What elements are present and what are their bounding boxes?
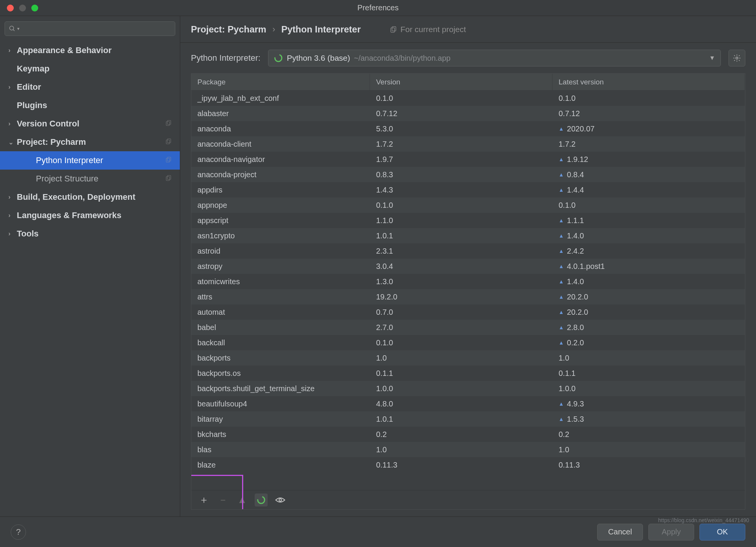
- table-row[interactable]: bitarray1.0.1▲1.5.3: [191, 411, 745, 427]
- table-row[interactable]: astropy3.0.4▲4.0.1.post1: [191, 259, 745, 274]
- cancel-button[interactable]: Cancel: [597, 524, 643, 541]
- table-row[interactable]: beautifulsoup44.8.0▲4.9.3: [191, 396, 745, 411]
- help-button[interactable]: ?: [11, 524, 26, 540]
- table-row[interactable]: automat0.7.0▲20.2.0: [191, 304, 745, 320]
- svg-rect-9: [166, 176, 170, 181]
- table-row[interactable]: backports1.01.0: [191, 350, 745, 366]
- package-version: 0.7.0: [370, 308, 552, 317]
- chevron-down-icon: ▼: [709, 55, 715, 61]
- show-early-releases-button[interactable]: [274, 494, 287, 507]
- upgrade-available-icon: ▲: [559, 187, 564, 193]
- table-row[interactable]: backcall0.1.0▲0.2.0: [191, 335, 745, 350]
- table-row[interactable]: anaconda-navigator1.9.7▲1.9.12: [191, 152, 745, 167]
- copy-icon: [390, 26, 397, 33]
- watermark-text: https://blog.csdn.net/weixin_44471490: [658, 517, 749, 523]
- upgrade-package-button[interactable]: ▲: [236, 494, 249, 507]
- package-latest: ▲20.2.0: [552, 308, 745, 317]
- table-row[interactable]: blaze0.11.30.11.3: [191, 457, 745, 473]
- package-version: 1.0.1: [370, 415, 552, 424]
- for-current-project-label: For current project: [390, 25, 466, 34]
- table-row[interactable]: bkcharts0.20.2: [191, 427, 745, 442]
- sidebar-item-appearance-behavior[interactable]: ›Appearance & Behavior: [0, 41, 180, 60]
- svg-rect-10: [392, 26, 396, 31]
- chevron-right-icon: ›: [8, 47, 17, 54]
- sidebar-item-version-control[interactable]: ›Version Control: [0, 115, 180, 133]
- upgrade-available-icon: ▲: [559, 233, 564, 239]
- table-row[interactable]: appnope0.1.00.1.0: [191, 197, 745, 213]
- sidebar-item-build-execution-deployment[interactable]: ›Build, Execution, Deployment: [0, 188, 180, 206]
- interpreter-dropdown[interactable]: Python 3.6 (base) ~/anaconda3/bin/python…: [268, 50, 721, 66]
- table-row[interactable]: blas1.01.0: [191, 442, 745, 457]
- sidebar-item-project-structure[interactable]: Project Structure: [0, 170, 180, 188]
- package-version: 1.7.2: [370, 140, 552, 149]
- package-version: 1.3.0: [370, 277, 552, 286]
- table-row[interactable]: alabaster0.7.120.7.12: [191, 106, 745, 121]
- table-row[interactable]: asn1crypto1.0.1▲1.4.0: [191, 228, 745, 243]
- package-latest: 0.11.3: [552, 461, 745, 469]
- package-name: asn1crypto: [191, 231, 370, 240]
- package-version: 1.0: [370, 445, 552, 454]
- package-name: astropy: [191, 262, 370, 271]
- package-latest: ▲2.8.0: [552, 323, 745, 332]
- sidebar-search-input[interactable]: ▾: [5, 21, 175, 36]
- remove-package-button[interactable]: －: [216, 494, 229, 507]
- table-row[interactable]: astroid2.3.1▲2.4.2: [191, 243, 745, 259]
- package-latest: ▲0.2.0: [552, 338, 745, 347]
- package-name: appscript: [191, 216, 370, 225]
- package-version: 0.1.0: [370, 94, 552, 103]
- eye-icon: [275, 497, 285, 503]
- chevron-down-icon: ⌄: [8, 139, 17, 146]
- sidebar-item-languages-frameworks[interactable]: ›Languages & Frameworks: [0, 206, 180, 225]
- package-name: blas: [191, 445, 370, 454]
- upgrade-available-icon: ▲: [559, 156, 564, 162]
- package-latest: ▲4.0.1.post1: [552, 262, 745, 271]
- table-row[interactable]: babel2.7.0▲2.8.0: [191, 320, 745, 335]
- add-package-button[interactable]: ＋: [197, 494, 210, 507]
- chevron-right-icon: ›: [8, 84, 17, 91]
- package-name: appdirs: [191, 186, 370, 194]
- column-latest[interactable]: Latest version: [552, 74, 745, 90]
- svg-line-1: [13, 29, 15, 31]
- upgrade-available-icon: ▲: [559, 340, 564, 346]
- column-version[interactable]: Version: [370, 74, 552, 90]
- table-row[interactable]: appscript1.1.0▲1.1.1: [191, 213, 745, 228]
- package-latest: 1.0: [552, 445, 745, 454]
- package-name: bitarray: [191, 415, 370, 424]
- sidebar-item-project-pycharm[interactable]: ⌄Project: Pycharm: [0, 133, 180, 151]
- minimize-window-button[interactable]: [19, 5, 26, 11]
- refresh-packages-button[interactable]: [255, 494, 268, 507]
- upgrade-available-icon: ▲: [559, 401, 564, 407]
- sidebar-item-editor[interactable]: ›Editor: [0, 78, 180, 96]
- table-row[interactable]: anaconda-project0.8.3▲0.8.4: [191, 167, 745, 182]
- package-name: anaconda-navigator: [191, 155, 370, 164]
- ok-button[interactable]: OK: [699, 524, 745, 541]
- table-row[interactable]: anaconda5.3.0▲2020.07: [191, 121, 745, 136]
- table-row[interactable]: _ipyw_jlab_nb_ext_conf0.1.00.1.0: [191, 91, 745, 106]
- apply-button[interactable]: Apply: [648, 524, 694, 541]
- table-row[interactable]: anaconda-client1.7.21.7.2: [191, 136, 745, 152]
- titlebar: Preferences: [0, 0, 756, 16]
- table-row[interactable]: appdirs1.4.3▲1.4.4: [191, 182, 745, 197]
- upgrade-available-icon: ▲: [559, 248, 564, 254]
- close-window-button[interactable]: [7, 5, 14, 11]
- table-row[interactable]: attrs19.2.0▲20.2.0: [191, 289, 745, 304]
- sidebar-item-tools[interactable]: ›Tools: [0, 225, 180, 243]
- interpreter-settings-button[interactable]: [729, 50, 745, 66]
- package-version: 0.2: [370, 430, 552, 439]
- svg-rect-2: [167, 120, 171, 125]
- column-package[interactable]: Package: [191, 74, 370, 90]
- svg-point-12: [275, 55, 282, 61]
- table-row[interactable]: backports.os0.1.10.1.1: [191, 366, 745, 381]
- svg-point-13: [736, 57, 738, 59]
- package-name: _ipyw_jlab_nb_ext_conf: [191, 94, 370, 103]
- table-row[interactable]: atomicwrites1.3.0▲1.4.0: [191, 274, 745, 289]
- table-row[interactable]: backports.shutil_get_terminal_size1.0.01…: [191, 381, 745, 396]
- package-version: 1.1.0: [370, 216, 552, 225]
- sidebar-item-keymap[interactable]: Keymap: [0, 60, 180, 78]
- package-version: 2.3.1: [370, 247, 552, 256]
- gear-icon: [733, 54, 741, 62]
- package-latest: 0.1.0: [552, 94, 745, 103]
- sidebar-item-plugins[interactable]: Plugins: [0, 96, 180, 115]
- maximize-window-button[interactable]: [31, 5, 38, 11]
- sidebar-item-python-interpreter[interactable]: Python Interpreter: [0, 151, 180, 170]
